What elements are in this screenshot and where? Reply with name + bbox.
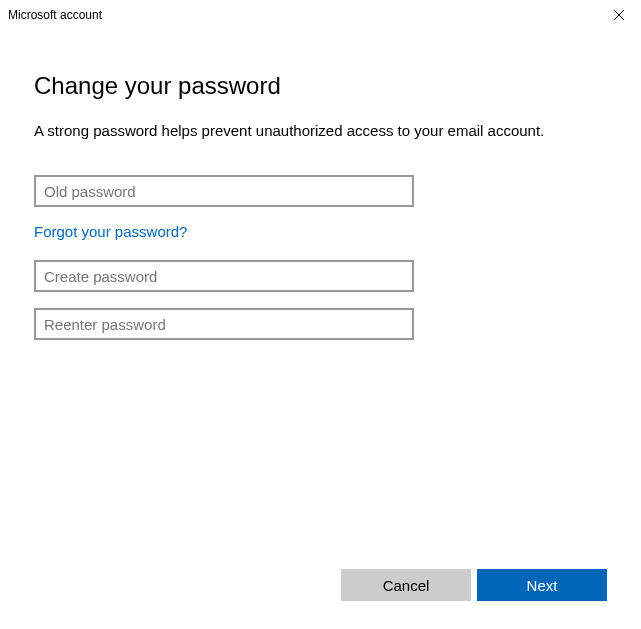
reenter-password-input[interactable] — [34, 308, 414, 340]
create-password-input[interactable] — [34, 260, 414, 292]
close-icon — [614, 10, 624, 20]
titlebar: Microsoft account — [0, 0, 641, 30]
window-title: Microsoft account — [8, 8, 102, 22]
content-area: Change your password A strong password h… — [0, 30, 641, 340]
page-description: A strong password helps prevent unauthor… — [34, 122, 607, 139]
footer-buttons: Cancel Next — [341, 569, 607, 601]
forgot-password-link[interactable]: Forgot your password? — [34, 223, 187, 240]
old-password-input[interactable] — [34, 175, 414, 207]
next-button[interactable]: Next — [477, 569, 607, 601]
cancel-button[interactable]: Cancel — [341, 569, 471, 601]
page-heading: Change your password — [34, 72, 607, 100]
close-button[interactable] — [596, 0, 641, 30]
